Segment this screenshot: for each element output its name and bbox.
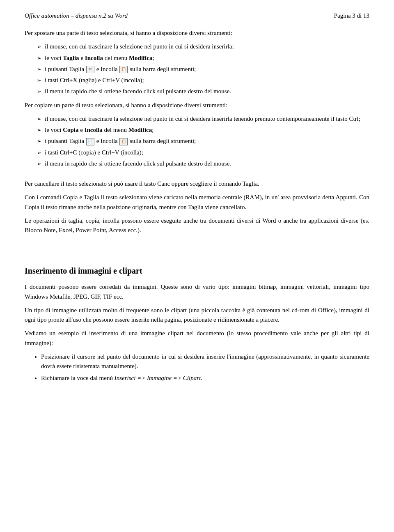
arrow-icon: ➢ <box>37 65 41 74</box>
section-p3: Vediamo un esempio di inserimento di una… <box>25 329 369 348</box>
list-item: ➢ il menu in rapido che si ottiene facen… <box>25 159 369 168</box>
arrow-icon: ➢ <box>37 88 41 96</box>
section-p2: Un tipo di immagine utilizzata molto di … <box>25 306 369 325</box>
arrow-icon: ➢ <box>37 54 41 62</box>
page-number: Pagina 3 di 13 <box>334 12 369 19</box>
list-item: ➢ le voci Copia e Incolla del menu Modif… <box>25 125 369 135</box>
section-heading: Inserimento di immagini e clipart <box>25 265 369 277</box>
paste-icon: 📋 <box>119 66 128 73</box>
list-item-text: Richiamare la voce dal menù Inserisci =>… <box>41 375 202 381</box>
page-header: Office automation – dispensa n.2 su Word… <box>25 12 369 19</box>
list-item: Richiamare la voce dal menù Inserisci =>… <box>41 373 369 383</box>
list-item-text: i pulsanti Taglia 📄 e Incolla 📋 sulla ba… <box>45 136 196 146</box>
list-item: ➢ i pulsanti Taglia ✂ e Incolla 📋 sulla … <box>25 64 369 74</box>
list-item-text: le voci Copia e Incolla del menu Modific… <box>45 125 153 135</box>
list-item: ➢ i pulsanti Taglia 📄 e Incolla 📋 sulla … <box>25 136 369 146</box>
main-content: Per spostare una parte di testo selezion… <box>25 28 369 383</box>
list-item-text: i tasti Ctrl+C (copia) e Ctrl+V (incolla… <box>45 148 143 157</box>
arrow-icon: ➢ <box>37 76 41 85</box>
arrow-icon: ➢ <box>37 160 41 168</box>
list-item-text: il mouse, con cui trascinare la selezion… <box>45 114 360 124</box>
list-item-text: le voci Taglia e Incolla del menu Modifi… <box>45 53 154 63</box>
list-item-text: il menu in rapido che si ottiene facendo… <box>45 87 231 96</box>
spacer <box>25 173 369 179</box>
list-item-text: il mouse, con cui trascinare la selezion… <box>45 42 234 51</box>
list-item-text: i tasti Ctrl+X (taglia) e Ctrl+V (incoll… <box>45 76 144 85</box>
arrow-icon: ➢ <box>37 115 41 123</box>
arrow-icon: ➢ <box>37 149 41 157</box>
list-item: Posizionare il cursore nel punto del doc… <box>41 352 369 371</box>
arrow-icon: ➢ <box>37 126 41 134</box>
list-item: ➢ i tasti Ctrl+X (taglia) e Ctrl+V (inco… <box>25 76 369 85</box>
page: Office automation – dispensa n.2 su Word… <box>0 0 394 532</box>
final-bullets-list: Posizionare il cursore nel punto del doc… <box>41 352 369 383</box>
spacer3 <box>25 246 369 252</box>
list-item-text: il menu in rapido che si ottiene facendo… <box>45 159 231 168</box>
list-item: ➢ le voci Taglia e Incolla del menu Modi… <box>25 53 369 63</box>
list-item: ➢ i tasti Ctrl+C (copia) e Ctrl+V (incol… <box>25 148 369 157</box>
cancel-paragraph: Per cancellare il testo selezionato si p… <box>25 179 369 189</box>
copy-bullets-list: ➢ il mouse, con cui trascinare la selezi… <box>25 114 369 168</box>
le-paragraph: Le operazioni di taglia, copia, incolla … <box>25 216 369 235</box>
list-item-text: Posizionare il cursore nel punto del doc… <box>41 353 369 369</box>
move-intro-paragraph: Per spostare una parte di testo selezion… <box>25 28 369 38</box>
list-item-text: i pulsanti Taglia ✂ e Incolla 📋 sulla ba… <box>45 64 196 74</box>
document-title: Office automation – dispensa n.2 su Word <box>25 12 128 19</box>
move-bullets-list: ➢ il mouse, con cui trascinare la selezi… <box>25 42 369 96</box>
list-item: ➢ il mouse, con cui trascinare la selezi… <box>25 42 369 51</box>
section-p1: I documenti possono essere corredati da … <box>25 282 369 302</box>
arrow-icon: ➢ <box>37 137 41 145</box>
paste-icon2: 📋 <box>119 138 128 145</box>
spacer2 <box>25 239 369 246</box>
copy-icon: 📄 <box>86 138 94 145</box>
list-item: ➢ il mouse, con cui trascinare la selezi… <box>25 114 369 124</box>
cut-icon: ✂ <box>86 66 94 73</box>
con-paragraph: Con i comandi Copia e Taglia il testo se… <box>25 193 369 212</box>
list-item: ➢ il menu in rapido che si ottiene facen… <box>25 87 369 96</box>
arrow-icon: ➢ <box>37 43 41 51</box>
copy-intro-paragraph: Per copiare un parte di testo selezionat… <box>25 101 369 110</box>
